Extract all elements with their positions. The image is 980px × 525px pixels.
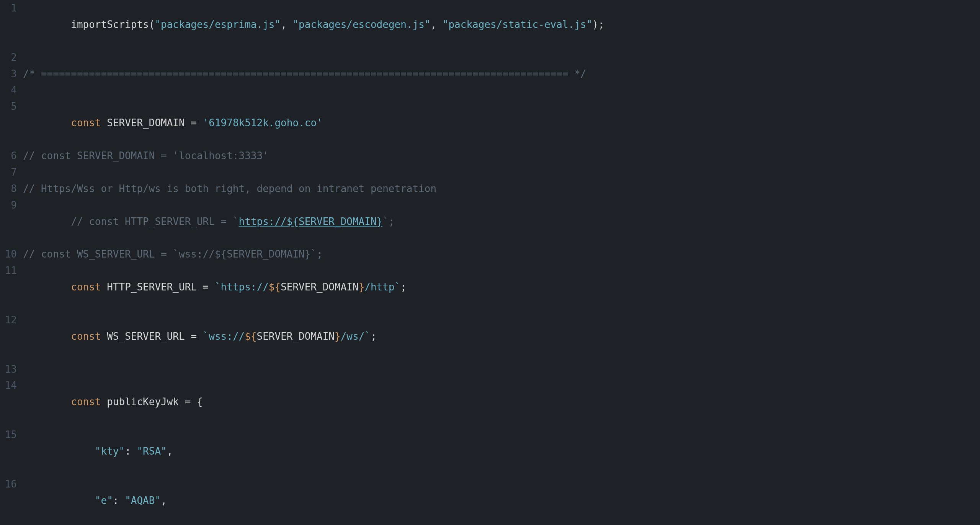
string-literal: "packages/esprima.js" [155,19,281,30]
line-number: 1 [0,0,23,49]
code-line[interactable]: 16 "e": "AQAB", [0,476,980,525]
url-link[interactable]: https://${SERVER_DOMAIN} [239,216,383,227]
keyword-const: const [71,396,101,408]
line-number: 2 [0,49,23,66]
line-number: 5 [0,98,23,148]
comment: // const SERVER_DOMAIN = 'localhost:3333… [23,150,269,161]
identifier: HTTP_SERVER_URL = [101,281,215,293]
code-line[interactable]: 2 [0,49,980,66]
code-line[interactable]: 11 const HTTP_SERVER_URL = `https://${SE… [0,262,980,312]
keyword-const: const [71,331,101,342]
line-number: 12 [0,312,23,361]
string-literal: "packages/static-eval.js" [443,19,592,30]
line-number: 13 [0,361,23,378]
object-key: "e" [95,495,113,506]
code-line[interactable]: 6 // const SERVER_DOMAIN = 'localhost:33… [0,148,980,164]
comment: // const WS_SERVER_URL = `wss://${SERVER… [23,248,323,260]
code-line[interactable]: 3 /* ===================================… [0,66,980,82]
line-number: 8 [0,181,23,197]
object-key: "kty" [95,445,125,457]
line-number: 4 [0,82,23,98]
line-number: 10 [0,246,23,262]
code-line[interactable]: 15 "kty": "RSA", [0,427,980,476]
code-editor[interactable]: 1 importScripts("packages/esprima.js", "… [0,0,980,525]
line-number: 14 [0,377,23,427]
string-literal: `https:// [215,281,269,293]
code-line[interactable]: 9 // const HTTP_SERVER_URL = `https://${… [0,197,980,246]
line-number: 11 [0,262,23,312]
identifier: WS_SERVER_URL = [101,331,203,342]
string-literal: "packages/escodegen.js" [292,19,430,30]
code-line[interactable]: 1 importScripts("packages/esprima.js", "… [0,0,980,49]
code-line[interactable]: 10 // const WS_SERVER_URL = `wss://${SER… [0,246,980,262]
line-number: 15 [0,427,23,476]
identifier: publicKeyJwk = { [101,396,203,408]
code-line[interactable]: 7 [0,164,980,181]
string-literal: "RSA" [137,445,167,457]
string-literal: '61978k512k.goho.co' [203,117,323,129]
identifier: SERVER_DOMAIN = [101,117,203,129]
code-area[interactable]: 1 importScripts("packages/esprima.js", "… [0,0,980,525]
line-number: 3 [0,66,23,82]
string-literal: `wss:// [203,331,245,342]
code-line[interactable]: 14 const publicKeyJwk = { [0,377,980,427]
code-line[interactable]: 8 // Https/Wss or Http/ws is both right,… [0,181,980,197]
keyword-const: const [71,117,101,129]
code-line[interactable]: 12 const WS_SERVER_URL = `wss://${SERVER… [0,312,980,361]
comment: // const HTTP_SERVER_URL = ` [71,216,238,227]
code-line[interactable]: 5 const SERVER_DOMAIN = '61978k512k.goho… [0,98,980,148]
function-call: importScripts [71,19,149,30]
string-literal: "AQAB" [125,495,161,506]
code-line[interactable]: 4 [0,82,980,98]
line-number: 7 [0,164,23,181]
comment: // Https/Wss or Http/ws is both right, d… [23,183,436,194]
code-line[interactable]: 13 [0,361,980,378]
line-number: 9 [0,197,23,246]
comment: /* =====================================… [23,68,586,80]
line-number: 16 [0,476,23,525]
line-number: 6 [0,148,23,164]
keyword-const: const [71,281,101,293]
